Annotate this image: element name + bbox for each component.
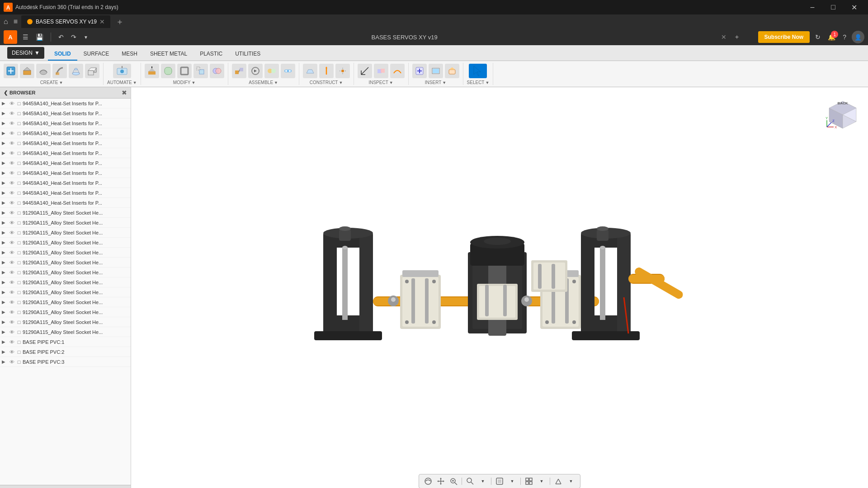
expand-icon[interactable]: ▶ [2, 349, 8, 354]
expand-icon[interactable]: ▶ [2, 111, 8, 116]
browser-list-item[interactable]: ▶ 👁 □ BASE PIPE PVC:1 [0, 337, 131, 347]
zoom-dropdown-icon[interactable] [465, 476, 476, 487]
browser-settings-icon[interactable]: ✖ [122, 89, 127, 96]
browser-list-item[interactable]: ▶ 👁 □ 91290A115_Alloy Steel Socket He... [0, 267, 131, 277]
design-button[interactable]: DESIGN ▼ [7, 47, 44, 59]
motion-icon[interactable] [248, 64, 263, 78]
expand-icon[interactable]: ▶ [2, 200, 8, 205]
browser-list-item[interactable]: ▶ 👁 □ 91290A115_Alloy Steel Socket He... [0, 258, 131, 267]
expand-icon[interactable]: ▶ [2, 240, 8, 245]
tab-mesh[interactable]: MESH [115, 48, 144, 61]
box-icon[interactable] [85, 64, 99, 78]
axis-icon[interactable] [319, 64, 334, 78]
browser-list-item[interactable]: ▶ 👁 □ 91290A115_Alloy Steel Socket He... [0, 228, 131, 238]
browser-list-item[interactable]: ▶ 👁 □ 94459A140_Heat-Set Inserts for P..… [0, 99, 131, 108]
visibility-icon[interactable]: 👁 [8, 290, 15, 295]
expand-icon[interactable]: ▶ [2, 121, 8, 126]
menu-icon[interactable]: ≡ [14, 18, 18, 26]
browser-list-item[interactable]: ▶ 👁 □ 91290A115_Alloy Steel Socket He... [0, 317, 131, 327]
press-pull-icon[interactable] [145, 64, 159, 78]
tab-plastic[interactable]: PLASTIC [193, 48, 229, 61]
expand-icon[interactable]: ▶ [2, 300, 8, 305]
3d-viewport[interactable]: BACK X Y Z ▼ [131, 87, 868, 488]
expand-icon[interactable]: ▶ [2, 210, 8, 215]
browser-list-item[interactable]: ▶ 👁 □ 94459A140_Heat-Set Inserts for P..… [0, 138, 131, 148]
drive-icon[interactable] [281, 64, 295, 78]
perspective-icon[interactable] [553, 476, 564, 487]
expand-icon[interactable]: ▶ [2, 160, 8, 165]
shell-icon[interactable] [177, 64, 192, 78]
notification-icon[interactable]: 🔔 1 [826, 32, 837, 42]
expand-icon[interactable]: ▶ [2, 319, 8, 324]
visibility-icon[interactable]: 👁 [8, 121, 15, 126]
back-arrow-icon[interactable]: ❮ [4, 90, 8, 96]
visibility-icon[interactable]: 👁 [8, 170, 15, 176]
browser-list-item[interactable]: ▶ 👁 □ 91290A115_Alloy Steel Socket He... [0, 287, 131, 297]
visibility-icon[interactable]: 👁 [8, 300, 15, 305]
browser-list-item[interactable]: ▶ 👁 □ 94459A140_Heat-Set Inserts for P..… [0, 118, 131, 128]
visibility-icon[interactable]: 👁 [8, 230, 15, 235]
contact-icon[interactable] [264, 64, 279, 78]
browser-list-item[interactable]: ▶ 👁 □ 94459A140_Heat-Set Inserts for P..… [0, 188, 131, 198]
browser-list-item[interactable]: ▶ 👁 □ 91290A115_Alloy Steel Socket He... [0, 218, 131, 228]
automate-icon[interactable] [113, 64, 131, 78]
maximize-button[interactable]: □ [823, 0, 844, 14]
subscribe-button[interactable]: Subscribe Now [758, 31, 810, 43]
visibility-icon[interactable]: 👁 [8, 111, 15, 116]
select-icon[interactable] [469, 64, 487, 78]
plane-icon[interactable] [303, 64, 317, 78]
visibility-icon[interactable]: 👁 [8, 319, 15, 325]
visibility-icon[interactable]: 👁 [8, 339, 15, 345]
visibility-icon[interactable]: 👁 [8, 190, 15, 196]
grid-arrow[interactable]: ▼ [536, 476, 547, 487]
measure-icon[interactable] [358, 64, 372, 78]
expand-icon[interactable]: ▶ [2, 290, 8, 295]
scale-icon[interactable] [193, 64, 208, 78]
point-icon[interactable] [335, 64, 350, 78]
combine-icon[interactable] [210, 64, 224, 78]
browser-list-item[interactable]: ▶ 👁 □ BASE PIPE PVC:2 [0, 347, 131, 357]
visibility-icon[interactable]: 👁 [8, 160, 15, 166]
expand-icon[interactable]: ▶ [2, 180, 8, 185]
new-component-icon[interactable] [4, 64, 18, 78]
expand-icon[interactable]: ▶ [2, 170, 8, 175]
browser-list-item[interactable]: ▶ 👁 □ 91290A115_Alloy Steel Socket He... [0, 238, 131, 248]
visibility-icon[interactable]: 👁 [8, 310, 15, 315]
expand-icon[interactable]: ▶ [2, 339, 8, 344]
sweep-icon[interactable] [52, 64, 67, 78]
visibility-icon[interactable]: 👁 [8, 280, 15, 285]
close-button[interactable]: ✕ [844, 0, 864, 14]
expand-icon[interactable]: ▶ [2, 329, 8, 334]
browser-list-item[interactable]: ▶ 👁 □ 94459A140_Heat-Set Inserts for P..… [0, 158, 131, 168]
expand-icon[interactable]: ▶ [2, 270, 8, 275]
expand-icon[interactable]: ▶ [2, 359, 8, 364]
grid-menu-icon[interactable]: ☰ [21, 32, 30, 42]
viewcube[interactable]: BACK X Y Z [825, 94, 861, 131]
decal-icon[interactable] [445, 64, 459, 78]
extrude-icon[interactable] [20, 64, 34, 78]
zoom-icon[interactable] [448, 476, 459, 487]
tab-surface[interactable]: SURFACE [77, 48, 116, 61]
zoom-dropdown-arrow[interactable]: ▼ [477, 476, 488, 487]
visibility-icon[interactable]: 👁 [8, 270, 15, 275]
browser-list-item[interactable]: ▶ 👁 □ 91290A115_Alloy Steel Socket He... [0, 297, 131, 307]
tab-solid[interactable]: SOLID [48, 48, 77, 61]
browser-list-item[interactable]: ▶ 👁 □ 91290A115_Alloy Steel Socket He... [0, 327, 131, 337]
display-mode-icon[interactable] [494, 476, 505, 487]
redo-button[interactable]: ↷ [69, 32, 78, 42]
expand-icon[interactable]: ▶ [2, 260, 8, 265]
tab-close-icon[interactable]: ✕ [99, 18, 105, 25]
tab-utilities[interactable]: UTILITIES [229, 48, 267, 61]
visibility-icon[interactable]: 👁 [8, 359, 15, 365]
visibility-icon[interactable]: 👁 [8, 240, 15, 245]
orbit-icon[interactable] [423, 476, 434, 487]
visibility-icon[interactable]: 👁 [8, 101, 15, 106]
home-icon[interactable]: ⌂ [4, 18, 8, 26]
insert-icon[interactable] [412, 64, 427, 78]
new-tab-btn2[interactable]: ＋ [732, 31, 742, 43]
browser-list-item[interactable]: ▶ 👁 □ BASE PIPE PVC:3 [0, 357, 131, 367]
refresh-icon[interactable]: ↻ [813, 32, 822, 42]
visibility-icon[interactable]: 👁 [8, 131, 15, 136]
visibility-icon[interactable]: 👁 [8, 141, 15, 146]
browser-list-item[interactable]: ▶ 👁 □ 94459A140_Heat-Set Inserts for P..… [0, 178, 131, 188]
